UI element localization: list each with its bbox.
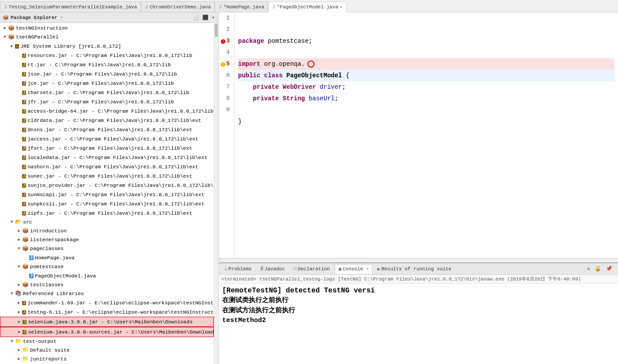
tree-item-jfxrt-jar[interactable]: Jjfxrt.jar - C:\Program Files\Java\jre1.…: [0, 144, 214, 153]
tree-item-icon-resources-jar: J: [22, 51, 26, 60]
tree-item-jfr-jar[interactable]: Jjfr.jar - C:\Program Files\Java\jre1.8.…: [0, 97, 214, 106]
tab-pageobjectmodel[interactable]: J *PageObjectModel.java ✕: [268, 2, 346, 12]
tree-item-localedata-jar[interactable]: Jlocaledata.jar - C:\Program Files\Java\…: [0, 153, 214, 162]
scroll-lock-icon[interactable]: 🔒: [593, 265, 603, 273]
tree-expand-icon[interactable]: ▶: [16, 308, 22, 316]
tree-item-sunpkcs11-jar[interactable]: Jsunpkcs11.jar - C:\Program Files\Java\j…: [0, 199, 214, 209]
tree-item-junitreports[interactable]: ▶📁junitreports: [0, 355, 214, 364]
panel-menu-icon[interactable]: ▾: [211, 14, 216, 21]
tree-expand-icon[interactable]: ▼: [9, 337, 15, 345]
tab-testng-selenium[interactable]: J Testng_SeleniumParameterParallelExampl…: [0, 1, 141, 12]
tree-item-test-output[interactable]: ▼📁test-output: [0, 337, 214, 346]
tree-expand-icon[interactable]: ▶: [16, 236, 22, 244]
horizontal-scrollbar[interactable]: [219, 258, 618, 262]
tree-item-referenced-libraries[interactable]: ▼📚Referenced Libraries: [0, 289, 214, 298]
tree-expand-icon[interactable]: ▶: [16, 299, 22, 307]
tree-item-label-jce-jar: jce.jar - C:\Program Files\Java\jre1.8.0…: [27, 80, 174, 87]
tree-item-jcommander-jar[interactable]: ▶Jjcommander-1.69.jar - E:\eclipse\eclip…: [0, 298, 214, 307]
pin-icon[interactable]: 📌: [604, 265, 614, 273]
tree-item-sunec-jar[interactable]: Jsunec.jar - C:\Program Files\Java\jre1.…: [0, 171, 214, 181]
tree-item-icon-referenced-libraries: 📚: [15, 290, 22, 298]
tree-item-icon-jce-jar: J: [22, 79, 26, 87]
tree-item-jsse-jar[interactable]: Jjsse.jar - C:\Program Files\Java\jre1.8…: [0, 69, 214, 79]
scrollbar-thumb[interactable]: [215, 24, 218, 37]
tree-expand-icon[interactable]: ▼: [9, 218, 15, 226]
clear-console-icon[interactable]: ✕: [586, 265, 591, 273]
tree-item-src[interactable]: ▼📂src: [0, 218, 214, 227]
tree-item-nashorn-jar[interactable]: Jnashorn.jar - C:\Program Files\Java\jre…: [0, 162, 214, 171]
tree-item-jaccess-jar[interactable]: Jjaccess.jar - C:\Program Files\Java\jre…: [0, 134, 214, 144]
tree-expand-icon[interactable]: ▶: [9, 42, 15, 50]
tab-results[interactable]: ▶ Results of running suite: [373, 264, 455, 274]
tree-item-jre-system[interactable]: ▶☕JRE System Library [jre1.8.0_172]: [0, 42, 214, 51]
tree-expand-icon[interactable]: ▼: [2, 33, 8, 41]
console-output[interactable]: [RemoteTestNG] detected TestNG versi在测试类…: [219, 284, 618, 364]
tree-item-listenerspackage[interactable]: ▶📦listenerspackage: [0, 235, 214, 244]
tree-expand-icon[interactable]: ▶: [16, 281, 22, 289]
tree-item-selenium-java-jar[interactable]: ▶Jselenium-java-3.9.0.jar - C:\Users\Mai…: [0, 317, 214, 327]
tree-item-icon-selenium-sources-jar: J: [23, 328, 27, 336]
tree-item-jce-jar[interactable]: Jjce.jar - C:\Program Files\Java\jre1.8.…: [0, 79, 214, 88]
tree-expand-icon[interactable]: ▶: [2, 24, 8, 32]
tree-item-label-charsets-jar: charsets.jar - C:\Program Files\Java\jre…: [27, 89, 189, 97]
tree-item-icon-pomtestcase: 📦: [22, 263, 29, 271]
tree-item-tsetNGParallel[interactable]: ▼📦tsetNGParallel: [0, 33, 214, 42]
close-icon-x[interactable]: ✕: [61, 15, 63, 20]
tree-item-label-jre-system: JRE System Library [jre1.8.0_172]: [20, 42, 121, 50]
tree-item-label-selenium-sources-jar: selenium-java-3.9.0-sources.jar - C:\Use…: [28, 328, 214, 336]
tree-item-pomtestcase[interactable]: ▼📦pomtestcase: [0, 262, 214, 271]
tree-expand-icon[interactable]: ▶: [16, 355, 22, 363]
code-scroll-area[interactable]: 12!34!56789 package pomtestcase;import o…: [219, 12, 618, 258]
tree-view[interactable]: ▶📦testNGInstruction▼📦tsetNGParallel▶☕JRE…: [0, 23, 214, 364]
tree-item-testNGInstruction[interactable]: ▶📦testNGInstruction: [0, 24, 214, 33]
tree-item-homepage-java[interactable]: JHomePage.java: [0, 253, 214, 262]
code-content[interactable]: package pomtestcase;import org.openqa.pu…: [235, 12, 618, 258]
tree-item-testng-jar[interactable]: ▶Jtestng-6.11.jar - E:\eclipse\eclipse-w…: [0, 307, 214, 317]
tab-chrome-driver[interactable]: J ChromeDriverDemo.java: [141, 1, 215, 12]
line-number-9: 9: [219, 104, 231, 116]
tree-expand-icon[interactable]: ▶: [16, 227, 22, 235]
tree-item-sunmscapi-jar[interactable]: Jsunmscapi.jar - C:\Program Files\Java\j…: [0, 190, 214, 199]
tree-expand-icon[interactable]: ▼: [16, 245, 22, 253]
tree-expand-icon[interactable]: ▼: [16, 263, 22, 271]
tree-item-label-access-bridge: access-bridge-64.jar - C:\Program Files\…: [27, 107, 214, 115]
package-explorer-scrollbar[interactable]: [214, 23, 218, 364]
tab-declaration[interactable]: □ Declaration: [290, 264, 334, 274]
java-file-icon-4: J: [272, 4, 275, 10]
tree-expand-icon[interactable]: ▶: [16, 346, 22, 354]
code-line-7: [238, 104, 614, 116]
maximize-icon[interactable]: ⬛: [201, 14, 209, 21]
tree-item-cldrdata-jar[interactable]: Jcldrdata.jar - C:\Program Files\Java\jr…: [0, 116, 214, 125]
close-console-tab-icon[interactable]: ✕: [366, 266, 368, 271]
package-explorer-icon: 📦: [3, 15, 9, 20]
tab-javadoc[interactable]: @ Javadoc: [257, 264, 289, 274]
tree-item-access-bridge[interactable]: Jaccess-bridge-64.jar - C:\Program Files…: [0, 106, 214, 116]
tree-item-label-sunjce-jar: sunjce_provider.jar - C:\Program Files\J…: [27, 182, 214, 190]
code-line-5: private WebDriver driver;: [238, 81, 614, 93]
tree-item-introduction[interactable]: ▶📦introduction: [0, 227, 214, 235]
tree-item-icon-sunmscapi-jar: J: [22, 190, 26, 199]
tree-item-pageobjectmodel-java[interactable]: JPageObjectModel.java: [0, 271, 214, 281]
tree-expand-icon[interactable]: ▼: [9, 290, 15, 298]
tree-item-pageclasses[interactable]: ▼📦pageclasses: [0, 244, 214, 253]
tab-console[interactable]: ▣ Console ✕: [335, 264, 373, 274]
tree-item-sunjce-jar[interactable]: Jsunjce_provider.jar - C:\Program Files\…: [0, 181, 214, 190]
tree-item-default-suite[interactable]: ▶📁Default suite: [0, 346, 214, 355]
tree-item-charsets-jar[interactable]: Jcharsets.jar - C:\Program Files\Java\jr…: [0, 88, 214, 97]
tree-item-dnsns-jar[interactable]: Jdnsns.jar - C:\Program Files\Java\jre1.…: [0, 125, 214, 134]
tree-item-selenium-sources-jar[interactable]: ▶Jselenium-java-3.9.0-sources.jar - C:\U…: [0, 327, 214, 337]
tree-item-zipfs-jar[interactable]: Jzipfs.jar - C:\Program Files\Java\jre1.…: [0, 209, 214, 218]
tree-item-rt-jar[interactable]: Jrt.jar - C:\Program Files\Java\jre1.8.0…: [0, 60, 214, 69]
minimize-icon[interactable]: ⬜: [192, 14, 200, 21]
tree-expand-icon[interactable]: ▶: [16, 318, 23, 326]
tree-item-resources-jar[interactable]: Jresources.jar - C:\Program Files\Java\j…: [0, 51, 214, 60]
console-line-3: testMethod2: [222, 316, 614, 326]
console-line-2: 在测试方法执行之前执行: [222, 306, 614, 316]
tree-expand-icon[interactable]: ▶: [16, 328, 23, 336]
tree-item-label-referenced-libraries: Referenced Libraries: [23, 290, 84, 298]
close-tab-icon[interactable]: ✕: [340, 4, 343, 10]
tab-homepage[interactable]: J *HomePage.java: [215, 1, 268, 12]
code-line-9: [238, 127, 614, 139]
tab-problems[interactable]: ⚠ Problems: [220, 264, 256, 274]
tree-item-testclasses[interactable]: ▶📦testclasses: [0, 281, 214, 289]
